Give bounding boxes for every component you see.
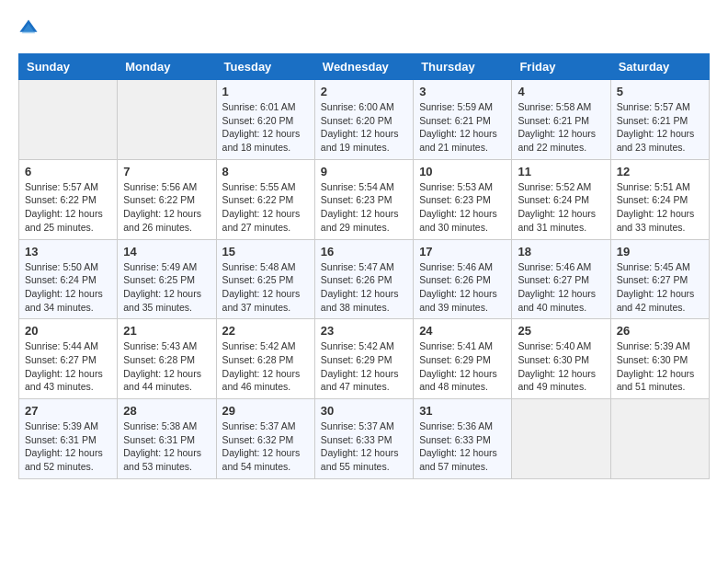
day-number: 11 <box>518 165 604 178</box>
day-detail: Sunrise: 5:57 AM Sunset: 6:21 PM Dayligh… <box>617 100 703 155</box>
day-detail: Sunrise: 5:41 AM Sunset: 6:29 PM Dayligh… <box>419 339 506 394</box>
day-detail: Sunrise: 5:44 AM Sunset: 6:27 PM Dayligh… <box>25 339 111 394</box>
calendar-cell: 29Sunrise: 5:37 AM Sunset: 6:32 PM Dayli… <box>216 399 314 479</box>
weekday-header-monday: Monday <box>118 54 216 80</box>
day-detail: Sunrise: 5:54 AM Sunset: 6:23 PM Dayligh… <box>321 180 407 235</box>
day-detail: Sunrise: 6:00 AM Sunset: 6:20 PM Dayligh… <box>321 100 407 155</box>
logo-icon <box>18 18 39 39</box>
calendar-cell: 13Sunrise: 5:50 AM Sunset: 6:24 PM Dayli… <box>19 239 118 319</box>
calendar-cell <box>512 399 610 479</box>
page-header <box>18 18 710 39</box>
day-detail: Sunrise: 5:57 AM Sunset: 6:22 PM Dayligh… <box>25 180 111 235</box>
day-detail: Sunrise: 5:38 AM Sunset: 6:31 PM Dayligh… <box>123 419 210 474</box>
day-detail: Sunrise: 5:43 AM Sunset: 6:28 PM Dayligh… <box>123 339 210 394</box>
calendar-cell: 27Sunrise: 5:39 AM Sunset: 6:31 PM Dayli… <box>19 399 118 479</box>
weekday-header-thursday: Thursday <box>414 54 512 80</box>
weekday-header-wednesday: Wednesday <box>314 54 413 80</box>
calendar-cell: 22Sunrise: 5:42 AM Sunset: 6:28 PM Dayli… <box>216 319 314 399</box>
calendar-cell <box>118 80 216 160</box>
day-detail: Sunrise: 6:01 AM Sunset: 6:20 PM Dayligh… <box>222 100 309 155</box>
day-detail: Sunrise: 5:37 AM Sunset: 6:33 PM Dayligh… <box>321 419 407 474</box>
calendar-cell: 23Sunrise: 5:42 AM Sunset: 6:29 PM Dayli… <box>314 319 413 399</box>
calendar-cell: 9Sunrise: 5:54 AM Sunset: 6:23 PM Daylig… <box>314 159 413 239</box>
day-number: 6 <box>25 165 111 178</box>
weekday-header-friday: Friday <box>512 54 610 80</box>
day-detail: Sunrise: 5:59 AM Sunset: 6:21 PM Dayligh… <box>419 100 506 155</box>
day-number: 15 <box>222 245 309 259</box>
day-number: 1 <box>222 85 309 98</box>
day-number: 26 <box>617 324 703 338</box>
day-number: 29 <box>222 404 309 418</box>
calendar-week-2: 13Sunrise: 5:50 AM Sunset: 6:24 PM Dayli… <box>19 239 710 319</box>
calendar-cell: 14Sunrise: 5:49 AM Sunset: 6:25 PM Dayli… <box>118 239 216 319</box>
calendar-cell: 7Sunrise: 5:56 AM Sunset: 6:22 PM Daylig… <box>118 159 216 239</box>
day-number: 24 <box>419 324 506 338</box>
day-number: 14 <box>123 245 210 259</box>
day-detail: Sunrise: 5:58 AM Sunset: 6:21 PM Dayligh… <box>518 100 604 155</box>
calendar-cell: 12Sunrise: 5:51 AM Sunset: 6:24 PM Dayli… <box>610 159 709 239</box>
calendar-cell: 18Sunrise: 5:46 AM Sunset: 6:27 PM Dayli… <box>512 239 610 319</box>
calendar-cell: 6Sunrise: 5:57 AM Sunset: 6:22 PM Daylig… <box>19 159 118 239</box>
calendar-cell: 26Sunrise: 5:39 AM Sunset: 6:30 PM Dayli… <box>610 319 709 399</box>
weekday-header-saturday: Saturday <box>610 54 709 80</box>
day-detail: Sunrise: 5:39 AM Sunset: 6:30 PM Dayligh… <box>617 339 703 394</box>
calendar-cell: 1Sunrise: 6:01 AM Sunset: 6:20 PM Daylig… <box>216 80 314 160</box>
calendar-cell: 16Sunrise: 5:47 AM Sunset: 6:26 PM Dayli… <box>314 239 413 319</box>
calendar-cell: 4Sunrise: 5:58 AM Sunset: 6:21 PM Daylig… <box>512 80 610 160</box>
day-number: 10 <box>419 165 506 178</box>
calendar-cell: 8Sunrise: 5:55 AM Sunset: 6:22 PM Daylig… <box>216 159 314 239</box>
day-detail: Sunrise: 5:49 AM Sunset: 6:25 PM Dayligh… <box>123 260 210 315</box>
day-detail: Sunrise: 5:36 AM Sunset: 6:33 PM Dayligh… <box>419 419 506 474</box>
day-detail: Sunrise: 5:52 AM Sunset: 6:24 PM Dayligh… <box>518 180 604 235</box>
calendar-cell: 21Sunrise: 5:43 AM Sunset: 6:28 PM Dayli… <box>118 319 216 399</box>
day-detail: Sunrise: 5:45 AM Sunset: 6:27 PM Dayligh… <box>617 260 703 315</box>
calendar-cell: 3Sunrise: 5:59 AM Sunset: 6:21 PM Daylig… <box>414 80 512 160</box>
calendar-cell: 24Sunrise: 5:41 AM Sunset: 6:29 PM Dayli… <box>414 319 512 399</box>
day-detail: Sunrise: 5:42 AM Sunset: 6:28 PM Dayligh… <box>222 339 309 394</box>
day-number: 19 <box>617 245 703 259</box>
calendar-cell: 11Sunrise: 5:52 AM Sunset: 6:24 PM Dayli… <box>512 159 610 239</box>
day-detail: Sunrise: 5:42 AM Sunset: 6:29 PM Dayligh… <box>321 339 407 394</box>
day-number: 28 <box>123 404 210 418</box>
calendar-week-1: 6Sunrise: 5:57 AM Sunset: 6:22 PM Daylig… <box>19 159 710 239</box>
day-detail: Sunrise: 5:56 AM Sunset: 6:22 PM Dayligh… <box>123 180 210 235</box>
day-number: 25 <box>518 324 604 338</box>
day-number: 18 <box>518 245 604 259</box>
day-detail: Sunrise: 5:50 AM Sunset: 6:24 PM Dayligh… <box>25 260 111 315</box>
day-number: 20 <box>25 324 111 338</box>
calendar-week-3: 20Sunrise: 5:44 AM Sunset: 6:27 PM Dayli… <box>19 319 710 399</box>
weekday-header-sunday: Sunday <box>19 54 118 80</box>
day-number: 4 <box>518 85 604 98</box>
day-detail: Sunrise: 5:48 AM Sunset: 6:25 PM Dayligh… <box>222 260 309 315</box>
day-number: 17 <box>419 245 506 259</box>
day-number: 21 <box>123 324 210 338</box>
calendar-cell: 10Sunrise: 5:53 AM Sunset: 6:23 PM Dayli… <box>414 159 512 239</box>
weekday-row: SundayMondayTuesdayWednesdayThursdayFrid… <box>19 54 710 80</box>
day-detail: Sunrise: 5:51 AM Sunset: 6:24 PM Dayligh… <box>617 180 703 235</box>
day-detail: Sunrise: 5:37 AM Sunset: 6:32 PM Dayligh… <box>222 419 309 474</box>
day-number: 31 <box>419 404 506 418</box>
day-detail: Sunrise: 5:46 AM Sunset: 6:26 PM Dayligh… <box>419 260 506 315</box>
day-detail: Sunrise: 5:47 AM Sunset: 6:26 PM Dayligh… <box>321 260 407 315</box>
calendar-cell: 31Sunrise: 5:36 AM Sunset: 6:33 PM Dayli… <box>414 399 512 479</box>
logo <box>18 18 42 39</box>
calendar-cell <box>19 80 118 160</box>
day-detail: Sunrise: 5:39 AM Sunset: 6:31 PM Dayligh… <box>25 419 111 474</box>
calendar-cell: 28Sunrise: 5:38 AM Sunset: 6:31 PM Dayli… <box>118 399 216 479</box>
calendar-body: 1Sunrise: 6:01 AM Sunset: 6:20 PM Daylig… <box>19 80 710 479</box>
calendar-cell: 15Sunrise: 5:48 AM Sunset: 6:25 PM Dayli… <box>216 239 314 319</box>
day-number: 3 <box>419 85 506 98</box>
day-number: 9 <box>321 165 407 178</box>
calendar-table: SundayMondayTuesdayWednesdayThursdayFrid… <box>18 53 710 479</box>
day-number: 22 <box>222 324 309 338</box>
day-detail: Sunrise: 5:53 AM Sunset: 6:23 PM Dayligh… <box>419 180 506 235</box>
calendar-header: SundayMondayTuesdayWednesdayThursdayFrid… <box>19 54 710 80</box>
day-number: 27 <box>25 404 111 418</box>
calendar-cell: 25Sunrise: 5:40 AM Sunset: 6:30 PM Dayli… <box>512 319 610 399</box>
calendar-cell: 2Sunrise: 6:00 AM Sunset: 6:20 PM Daylig… <box>314 80 413 160</box>
day-detail: Sunrise: 5:40 AM Sunset: 6:30 PM Dayligh… <box>518 339 604 394</box>
day-number: 16 <box>321 245 407 259</box>
calendar-week-4: 27Sunrise: 5:39 AM Sunset: 6:31 PM Dayli… <box>19 399 710 479</box>
calendar-cell: 20Sunrise: 5:44 AM Sunset: 6:27 PM Dayli… <box>19 319 118 399</box>
weekday-header-tuesday: Tuesday <box>216 54 314 80</box>
